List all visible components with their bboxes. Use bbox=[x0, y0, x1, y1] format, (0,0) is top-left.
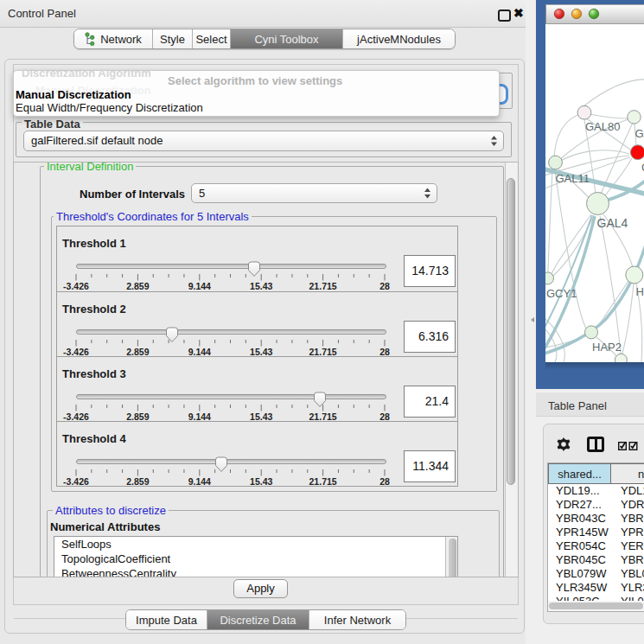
svg-text:GAL11: GAL11 bbox=[556, 172, 590, 185]
svg-text:GAL80: GAL80 bbox=[585, 120, 620, 133]
svg-text:GCY1: GCY1 bbox=[546, 287, 577, 300]
svg-text:GAL4: GAL4 bbox=[597, 216, 628, 230]
svg-text:H: H bbox=[636, 285, 644, 298]
svg-text:HAP2: HAP2 bbox=[592, 341, 622, 354]
svg-text:GA: GA bbox=[635, 127, 644, 140]
